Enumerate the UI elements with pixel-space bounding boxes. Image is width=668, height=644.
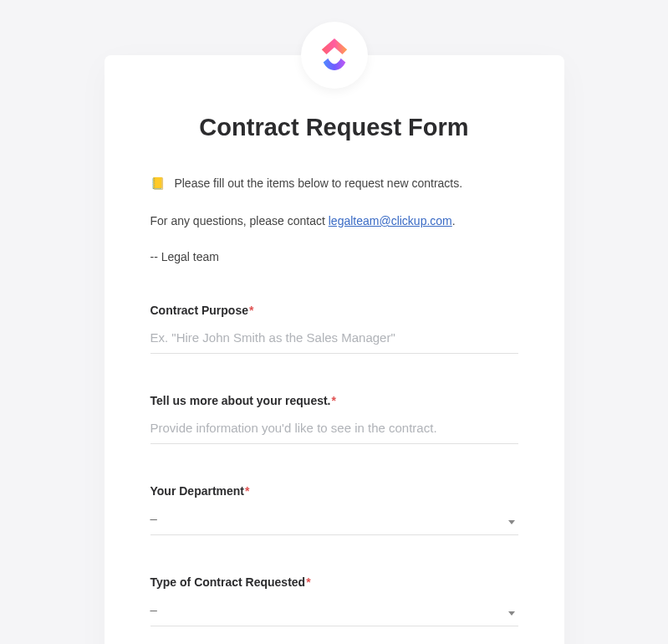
label-contract-type: Type of Contract Requested* xyxy=(150,575,518,589)
field-request-details: Tell us more about your request.* xyxy=(150,394,518,444)
select-contract-type[interactable]: – xyxy=(150,597,518,626)
required-marker: * xyxy=(332,394,336,407)
required-marker: * xyxy=(306,575,310,589)
intro-line-2-suffix: . xyxy=(452,214,456,227)
intro-line-2: For any questions, please contact legalt… xyxy=(150,212,518,230)
select-department-value: – xyxy=(150,511,157,525)
field-department: Your Department* – xyxy=(150,484,518,535)
label-contract-purpose-text: Contract Purpose xyxy=(150,304,248,317)
intro-line-1-text: Please fill out the items below to reque… xyxy=(174,176,462,190)
clickup-logo-icon xyxy=(319,37,350,74)
signoff-text: -- Legal team xyxy=(150,250,518,263)
label-contract-type-text: Type of Contract Requested xyxy=(150,575,306,589)
label-request-details-text: Tell us more about your request. xyxy=(150,394,331,407)
notepad-icon: 📒 xyxy=(150,176,165,190)
intro-text: 📒 Please fill out the items below to req… xyxy=(150,175,518,230)
input-request-details[interactable] xyxy=(150,416,518,444)
required-marker: * xyxy=(249,304,253,317)
form-card: Contract Request Form 📒 Please fill out … xyxy=(105,55,564,644)
chevron-down-icon xyxy=(508,513,515,528)
logo-container xyxy=(301,22,368,89)
required-marker: * xyxy=(245,484,249,498)
label-contract-purpose: Contract Purpose* xyxy=(150,304,518,317)
label-department: Your Department* xyxy=(150,484,518,498)
intro-line-1: 📒 Please fill out the items below to req… xyxy=(150,175,518,192)
chevron-down-icon xyxy=(508,604,515,619)
select-department[interactable]: – xyxy=(150,506,518,535)
form-title: Contract Request Form xyxy=(150,114,518,141)
input-contract-purpose[interactable] xyxy=(150,325,518,354)
select-contract-type-value: – xyxy=(150,602,157,616)
field-contract-purpose: Contract Purpose* xyxy=(150,304,518,354)
label-department-text: Your Department xyxy=(150,484,245,498)
field-contract-type: Type of Contract Requested* – xyxy=(150,575,518,626)
contact-email-link[interactable]: legalteam@clickup.com xyxy=(329,214,452,227)
intro-line-2-prefix: For any questions, please contact xyxy=(150,214,329,227)
label-request-details: Tell us more about your request.* xyxy=(150,394,518,407)
